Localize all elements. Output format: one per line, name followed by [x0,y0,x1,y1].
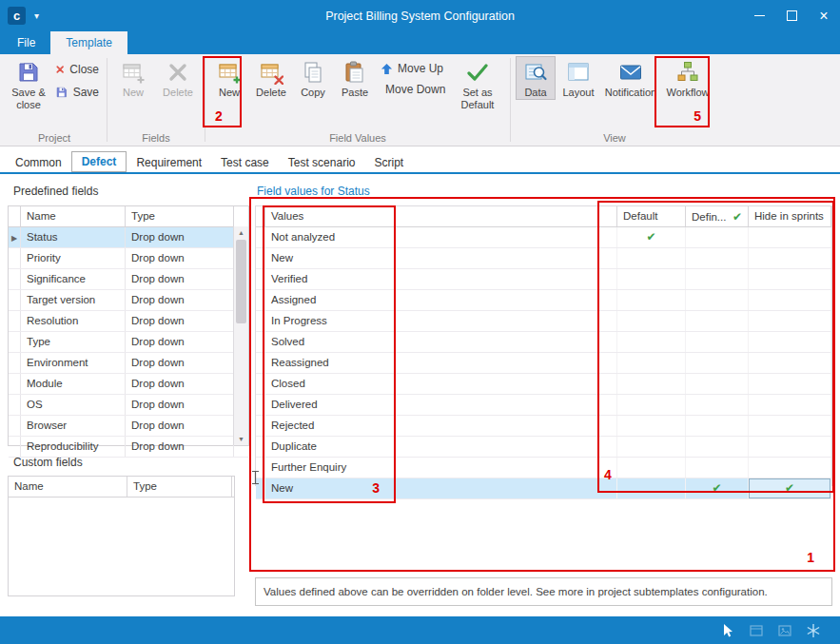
table-row[interactable]: ▶ Status Drop down [9,227,248,248]
table-row[interactable]: ModuleDrop down [9,374,248,395]
table-row[interactable]: Closed [256,374,831,395]
table-row[interactable]: Rejected [256,416,831,437]
table-row[interactable]: EnvironmentDrop down [9,353,248,374]
tab-requirement[interactable]: Requirement [127,153,211,172]
view-notification-button[interactable]: Notification [601,56,660,100]
column-header-name[interactable]: Name [21,206,126,226]
save-and-close-button[interactable]: Save & close [7,56,50,111]
fields-new-button[interactable]: New [112,56,154,100]
table-row[interactable]: Delivered [256,395,831,416]
close-template-button[interactable]: Close [51,61,103,78]
new-table-disabled-icon [121,60,146,85]
table-row[interactable]: Verified [256,269,831,290]
table-row[interactable]: OSDrop down [9,395,248,416]
fields-delete-button[interactable]: Delete [156,56,200,100]
maximize-button[interactable] [775,0,808,31]
table-row[interactable]: Not analyzed ✔ [256,227,831,248]
statusbar [0,616,840,644]
document-tab-bar: Common Defect Requirement Test case Test… [0,149,840,174]
table-header: Values Default Defin...✔ Hide in sprints [256,206,831,227]
layout-icon [566,60,591,85]
image-icon[interactable] [777,623,792,638]
window-title: Project Billing System Configuration [0,10,840,23]
view-workflow-button[interactable]: Workflow [662,56,713,100]
tab-test-case[interactable]: Test case [211,153,279,172]
copy-button[interactable]: Copy [294,56,332,100]
tab-defect[interactable]: Defect [71,151,127,172]
titlebar: c ▾ Project Billing System Configuration… [0,0,840,31]
table-row[interactable]: Reassigned [256,353,831,374]
table-row[interactable]: ReproducibilityDrop down [9,437,248,458]
field-values-delete-button[interactable]: Delete [250,56,292,100]
window-controls: × [743,0,840,31]
annotation-label-1: 1 [807,550,814,565]
override-note: Values defined above can be overridden o… [255,577,832,606]
move-down-button[interactable]: Move Down [377,82,449,97]
pointer-icon[interactable] [720,623,735,638]
save-button[interactable]: Save [51,84,103,101]
snowflake-icon[interactable] [806,623,821,638]
ribbon-group-fields: New Delete Fields [107,54,205,146]
paste-button[interactable]: Paste [334,56,376,100]
scrollbar-thumb[interactable] [236,240,246,323]
tab-test-scenario[interactable]: Test scenario [279,153,365,172]
focused-cell[interactable]: ✔ [749,478,831,498]
table-row[interactable]: TypeDrop down [9,332,248,353]
table-row[interactable]: SignificanceDrop down [9,269,248,290]
ribbon-group-field-values: New Delete Copy Paste Move Up [205,54,510,146]
table-row[interactable]: BrowserDrop down [9,416,248,437]
ribbon: Save & close Close Save Project New [0,54,840,146]
table-row[interactable]: PriorityDrop down [9,248,248,269]
column-header-name[interactable]: Name [9,477,127,497]
table-header: Name Type [9,206,248,227]
save-icon [55,85,68,100]
table-row[interactable]: Assigned [256,290,831,311]
table-row[interactable]: Solved [256,332,831,353]
table-row[interactable]: New [256,248,831,269]
maximize-icon [787,10,797,21]
predefined-fields-table: Name Type ▶ Status Drop down PriorityDro… [8,205,249,446]
scroll-up-icon[interactable]: ▲ [234,226,248,239]
tab-file[interactable]: File [2,31,50,54]
scrollbar[interactable]: ▲ ▼ [233,226,248,445]
view-data-button[interactable]: Data [516,56,556,100]
column-header-values[interactable]: Values [265,206,617,226]
column-header-type[interactable]: Type [127,477,232,497]
table-row-selected[interactable]: New ✔ ✔ [256,478,831,499]
group-label-fields: Fields [107,132,205,144]
check-icon: ✔ [712,481,721,495]
column-header-defined[interactable]: Defin...✔ [686,206,749,226]
check-icon [465,60,490,85]
field-values-new-button[interactable]: New [210,56,248,100]
scroll-down-icon[interactable]: ▼ [234,433,248,445]
close-button[interactable]: × [808,0,840,31]
table-row[interactable]: ResolutionDrop down [9,311,248,332]
copy-icon [301,60,325,85]
app-window: c ▾ Project Billing System Configuration… [0,0,840,644]
table-row[interactable]: Further Enquiry [256,458,831,478]
empty-table-body[interactable] [9,498,234,595]
tab-template[interactable]: Template [50,31,127,54]
ribbon-tab-bar: File Template [0,31,840,54]
tab-common[interactable]: Common [6,153,71,172]
envelope-icon [618,60,643,85]
view-layout-button[interactable]: Layout [557,56,599,100]
column-header-default[interactable]: Default [617,206,686,226]
app-icon[interactable]: c [8,7,26,25]
workflow-icon [675,60,700,85]
panel-icon[interactable] [749,623,764,638]
table-row[interactable]: Target versionDrop down [9,290,248,311]
tab-script[interactable]: Script [364,153,413,172]
column-header-hide-in-sprints[interactable]: Hide in sprints [749,206,831,226]
set-as-default-button[interactable]: Set as Default [450,56,505,111]
move-up-button[interactable]: Move Up [377,61,449,76]
minimize-button[interactable] [743,0,775,31]
new-table-icon [217,60,242,85]
customize-toolbar-icon[interactable]: ▾ [34,11,39,21]
check-icon: ✔ [733,207,742,226]
table-row[interactable]: Duplicate [256,437,831,458]
minimize-icon [754,15,765,16]
table-header: Name Type [9,477,234,498]
table-row[interactable]: In Progress [256,311,831,332]
column-header-type[interactable]: Type [126,206,234,226]
